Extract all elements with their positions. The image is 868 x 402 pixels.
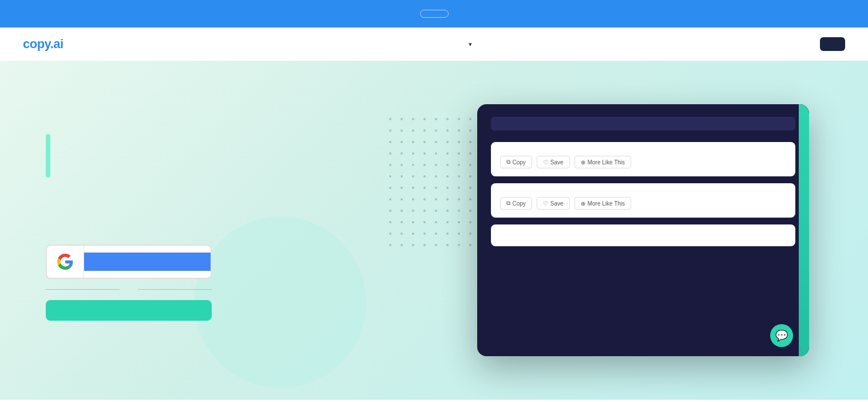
logo-text: copy — [23, 37, 50, 51]
main-content: const dotGrid = document.querySelector('… — [0, 61, 868, 400]
more-icon: ⊕ — [581, 159, 585, 165]
more-like-this-button-2[interactable]: ⊕ More Like This — [574, 197, 631, 210]
logo[interactable]: copy.ai — [23, 37, 64, 52]
top-banner — [0, 0, 868, 27]
chat-bubble[interactable]: 💬 — [770, 324, 793, 347]
copy-button-2[interactable]: ⧉ Copy — [500, 197, 532, 210]
chevron-down-icon: ▾ — [469, 41, 472, 48]
logo-suffix: ai — [53, 37, 63, 51]
hero-title-line2 — [46, 134, 50, 178]
chat-icon: 💬 — [775, 329, 788, 342]
copy-icon-2: ⧉ — [506, 200, 510, 207]
copy-icon: ⧉ — [506, 159, 510, 165]
nav-links: ▾ — [398, 41, 472, 48]
google-icon — [57, 254, 73, 270]
divider-right-line — [138, 289, 212, 290]
save-button-1[interactable]: ♡ Save — [537, 156, 570, 168]
nav-right — [806, 37, 845, 51]
divider-left-line — [46, 289, 120, 290]
create-copy-button[interactable] — [491, 117, 795, 131]
more-icon-2: ⊕ — [581, 200, 585, 207]
copy-card-2: ⧉ Copy ♡ Save ⊕ More Like This — [491, 183, 795, 218]
heart-icon: ♡ — [543, 159, 548, 165]
google-icon-wrap — [47, 246, 84, 278]
email-signup-button[interactable] — [46, 300, 212, 321]
copy-button-1[interactable]: ⧉ Copy — [500, 156, 532, 168]
get-started-button[interactable] — [820, 37, 845, 51]
heart-icon-2: ♡ — [543, 200, 548, 207]
more-like-this-button-1[interactable]: ⊕ More Like This — [574, 156, 631, 168]
banner-link[interactable] — [420, 10, 449, 18]
hero-description — [46, 195, 401, 226]
google-signup-button[interactable] — [46, 245, 212, 279]
product-screenshot: ⧉ Copy ♡ Save ⊕ More Like This — [477, 104, 809, 356]
hero-title — [46, 95, 401, 177]
right-section: ⧉ Copy ♡ Save ⊕ More Like This — [435, 61, 868, 400]
copy-card-3 — [491, 224, 795, 246]
divider — [46, 289, 212, 290]
copy-card-2-actions: ⧉ Copy ♡ Save ⊕ More Like This — [500, 197, 786, 210]
save-button-2[interactable]: ♡ Save — [537, 197, 570, 210]
left-section — [0, 61, 435, 400]
nav-item-resources[interactable]: ▾ — [466, 41, 472, 48]
navbar: copy.ai ▾ — [0, 27, 868, 61]
google-signup-label — [84, 253, 211, 271]
copy-card-1-actions: ⧉ Copy ♡ Save ⊕ More Like This — [500, 156, 786, 168]
copy-card-1: ⧉ Copy ♡ Save ⊕ More Like This — [491, 142, 795, 176]
